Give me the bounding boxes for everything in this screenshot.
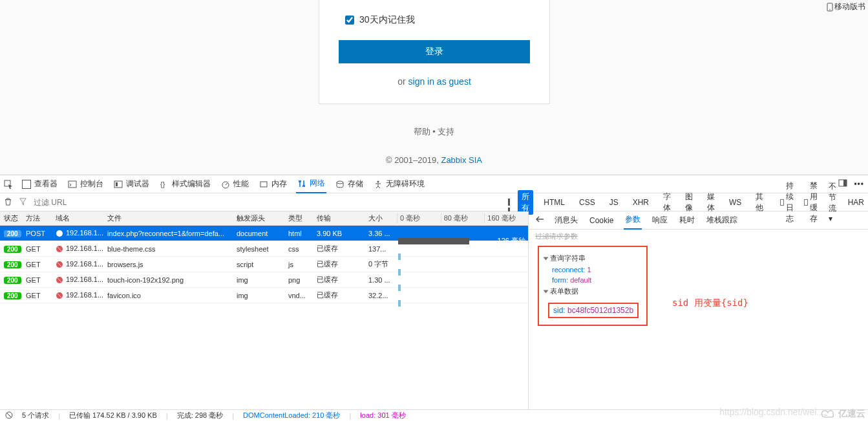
pill-other[interactable]: 其他 [752,190,767,215]
pill-media[interactable]: 媒体 [703,190,719,215]
tab-style-editor-label: 样式编辑器 [172,178,211,189]
param-form: form: default [552,276,641,284]
guest-link[interactable]: sign in as guest [408,76,471,87]
har-menu[interactable]: HAR [848,198,864,207]
pill-ws[interactable]: WS [725,197,745,208]
col-size[interactable]: 大小 [368,213,397,223]
svg-point-10 [377,180,379,182]
or-text: or [397,76,408,87]
pick-element-icon[interactable] [4,180,13,189]
col-status[interactable]: 状态 [0,213,26,223]
mobile-version-link[interactable]: 移动版书 [827,1,865,12]
tab-console[interactable]: 控制台 [67,175,105,193]
mobile-icon [827,3,833,12]
detail-tabs: 消息头 Cookie 参数 响应 耗时 堆栈跟踪 [529,211,868,230]
copyright-text: © 2001–2019, [386,155,441,165]
svg-point-1 [829,9,831,10]
inspector-icon [22,180,31,189]
filter-input[interactable] [34,198,163,207]
tab-storage-label: 存储 [348,178,363,189]
col-type[interactable]: 类型 [288,213,317,223]
svg-rect-3 [69,181,76,188]
pill-fonts[interactable]: 字体 [659,190,675,215]
pill-xhr[interactable]: XHR [629,197,653,208]
dtab-timing[interactable]: 耗时 [678,211,696,230]
table-row[interactable]: 200POST192.168.1...index.php?reconnect=1… [0,226,528,241]
status-done: 完成: 298 毫秒 [177,411,224,420]
tab-debugger[interactable]: 调试器 [112,175,151,193]
console-icon [68,180,77,189]
dtab-stack[interactable]: 堆栈跟踪 [705,211,739,230]
sid-box: sid: bc48fc5012d1352b [548,303,639,318]
tab-performance[interactable]: 性能 [220,175,250,193]
pill-html[interactable]: HTML [540,197,569,208]
performance-icon [221,180,230,189]
filter-icon[interactable] [19,197,27,208]
remember-label: 30天内记住我 [359,14,415,26]
query-title: 查询字符串 [550,254,586,263]
pill-css[interactable]: CSS [575,197,599,208]
annotation-text: sid 用变量{sid} [672,297,748,309]
col-transfer[interactable]: 传输 [317,213,368,223]
svg-text:∞: ∞ [824,413,827,417]
tab-debugger-label: 调试器 [126,178,149,189]
table-row[interactable]: 200GET192.168.1...browsers.jsscriptjs已缓存… [0,257,528,272]
clear-icon[interactable] [4,197,12,208]
pill-images[interactable]: 图像 [681,190,697,215]
table-row[interactable]: 200GET192.168.1...touch-icon-192x192.png… [0,272,528,288]
form-data-section[interactable]: 表单数据 [544,286,641,296]
status-requests: 5 个请求 [22,411,49,420]
help-link[interactable]: 帮助 [414,127,430,136]
pause-icon[interactable] [508,199,511,206]
col-method[interactable]: 方法 [26,213,56,223]
svg-rect-5 [116,182,118,186]
pill-js[interactable]: JS [606,197,622,208]
company-link[interactable]: Zabbix SIA [441,155,482,165]
col-file[interactable]: 文件 [107,213,237,223]
tab-memory[interactable]: 内存 [258,175,288,193]
page-content: 移动版书 30天内记住我 登录 or sign in as guest 帮助 •… [0,0,868,175]
help-row: 帮助 • 支持 [0,126,868,138]
login-card: 30天内记住我 登录 or sign in as guest [319,0,550,104]
svg-text:{}: {} [160,180,165,188]
triangle-icon [544,257,549,260]
detail-back-icon[interactable] [535,215,544,225]
timeline-tick-0: 0 毫秒 [397,213,441,223]
col-cause[interactable]: 触发源头 [237,213,288,223]
devtools-panel: 查看器 控制台 调试器 {}样式编辑器 性能 内存 网络 存储 无障碍环境 ••… [0,175,868,409]
memory-icon [259,180,268,189]
svg-rect-12 [843,180,847,186]
more-icon[interactable]: ••• [854,180,864,189]
brand-logo: ∞ 亿速云 [820,408,865,420]
dtab-headers[interactable]: 消息头 [553,211,579,230]
tab-inspector[interactable]: 查看器 [21,175,59,193]
accessibility-icon [374,180,383,189]
support-link[interactable]: 支持 [438,127,454,136]
tab-network-label: 网络 [310,178,325,189]
tab-accessibility[interactable]: 无障碍环境 [372,175,426,193]
stop-icon[interactable] [5,411,13,420]
dtab-response[interactable]: 响应 [651,211,669,230]
col-timeline[interactable]: 0 毫秒 80 毫秒 160 毫秒 [397,213,528,223]
pill-all[interactable]: 所有 [518,190,533,215]
mobile-link-label: 移动版书 [834,1,865,12]
dtab-params[interactable]: 参数 [624,211,642,230]
tab-performance-label: 性能 [233,178,249,189]
query-string-section[interactable]: 查询字符串 [544,254,641,263]
network-table: 状态 方法 域名 文件 触发源头 类型 传输 大小 0 毫秒 80 毫秒 160… [0,211,529,409]
remember-checkbox[interactable] [345,16,354,25]
svg-rect-8 [260,182,267,187]
tab-network[interactable]: 网络 [296,175,326,193]
table-row[interactable]: 200GET192.168.1...favicon.icoimgvnd...已缓… [0,288,528,303]
param-reconnect: reconnect: 1 [552,266,641,274]
login-button[interactable]: 登录 [339,40,530,63]
tab-storage[interactable]: 存储 [334,175,365,193]
detail-panel: 消息头 Cookie 参数 响应 耗时 堆栈跟踪 过滤请求参数 查询字符串 re… [529,211,868,409]
detail-filter-line: 过滤请求参数 [529,230,868,243]
col-domain[interactable]: 域名 [56,213,107,223]
network-icon [297,179,306,188]
tab-style-editor[interactable]: {}样式编辑器 [158,175,212,193]
toolbar-right: ••• [838,178,864,189]
svg-rect-4 [114,181,122,188]
dtab-cookie[interactable]: Cookie [588,211,615,230]
